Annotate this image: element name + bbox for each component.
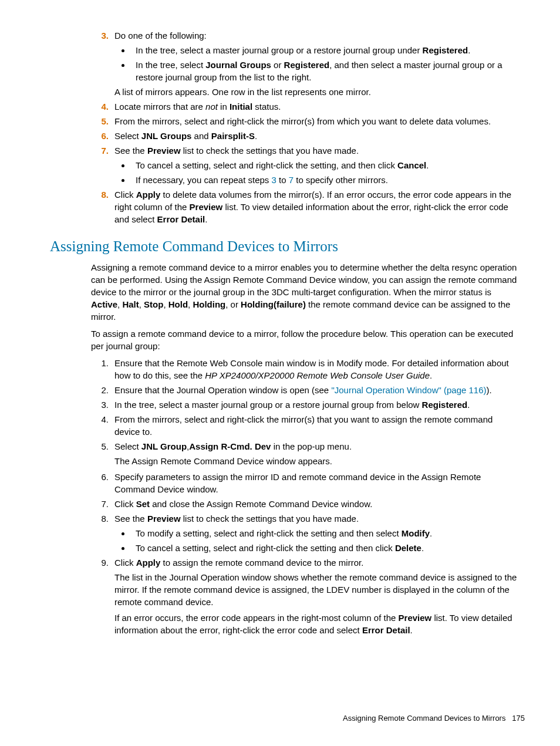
- step-number: 2.: [91, 384, 109, 396]
- step-number: 9.: [91, 556, 109, 569]
- step-4: 4. Locate mirrors that are not in Initia…: [91, 100, 519, 113]
- intro-paragraph-2: To assign a remote command device to a m…: [91, 328, 519, 352]
- step-number: 5.: [91, 115, 109, 127]
- step-5: 5. From the mirrors, select and right-cl…: [91, 115, 519, 127]
- step-text: Do one of the following:: [114, 31, 207, 40]
- step-text: From the mirrors, select and right-click…: [114, 116, 491, 126]
- step-number: 6.: [91, 130, 109, 142]
- step-8: 8. See the Preview list to check the set…: [91, 512, 519, 554]
- step-text: Specify parameters to assign the mirror …: [114, 472, 481, 494]
- link-journal-operation-window[interactable]: "Journal Operation Window" (page 116): [331, 385, 486, 395]
- bullet: To modify a setting, select and right-cl…: [131, 527, 519, 539]
- step-6: 6. Select JNL Groups and Pairsplit-S.: [91, 130, 519, 142]
- footer-title: Assigning Remote Command Devices to Mirr…: [343, 714, 505, 723]
- procedure-list-2: 1. Ensure that the Remote Web Console ma…: [91, 357, 519, 636]
- bullet: In the tree, select Journal Groups or Re…: [131, 59, 519, 83]
- bullet: To cancel a setting, select and right-cl…: [131, 542, 519, 554]
- section-heading: Assigning Remote Command Devices to Mirr…: [50, 236, 519, 256]
- sub-bullets: To modify a setting, select and right-cl…: [114, 527, 519, 554]
- step-number: 7.: [91, 144, 109, 157]
- bullet: In the tree, select a master journal gro…: [131, 44, 519, 56]
- step-5: 5. Select JNL Group,Assign R-Cmd. Dev in…: [91, 440, 519, 467]
- step-text: From the mirrors, select and right-click…: [114, 414, 492, 437]
- link-step-7[interactable]: 7: [289, 175, 294, 185]
- step-6: 6. Specify parameters to assign the mirr…: [91, 471, 519, 495]
- step-followon: The list in the Journal Operation window…: [114, 571, 519, 608]
- step-7: 7. See the Preview list to check the set…: [91, 144, 519, 186]
- step-number: 8.: [91, 512, 109, 525]
- step-followon: A list of mirrors appears. One row in th…: [114, 86, 519, 98]
- step-followon: The Assign Remote Command Device window …: [114, 455, 519, 467]
- step-4: 4. From the mirrors, select and right-cl…: [91, 413, 519, 438]
- step-number: 7.: [91, 498, 109, 510]
- step-followon: If an error occurs, the error code appea…: [114, 612, 519, 636]
- bullet: To cancel a setting, select and right-cl…: [131, 159, 519, 171]
- step-number: 4.: [91, 100, 109, 113]
- step-7: 7. Click Set and close the Assign Remote…: [91, 498, 519, 510]
- step-8: 8. Click Apply to delete data volumes fr…: [91, 188, 519, 225]
- step-number: 1.: [91, 357, 109, 369]
- sub-bullets: To cancel a setting, select and right-cl…: [114, 159, 519, 186]
- intro-paragraph-1: Assigning a remote command device to a m…: [91, 261, 519, 323]
- step-3: 3. Do one of the following: In the tree,…: [91, 29, 519, 98]
- page-footer: Assigning Remote Command Devices to Mirr…: [343, 713, 525, 724]
- sub-bullets: In the tree, select a master journal gro…: [114, 44, 519, 83]
- step-9: 9. Click Apply to assign the remote comm…: [91, 556, 519, 636]
- procedure-list-1: 3. Do one of the following: In the tree,…: [91, 29, 519, 225]
- step-number: 4.: [91, 413, 109, 426]
- step-3: 3. In the tree, select a master journal …: [91, 399, 519, 411]
- step-number: 6.: [91, 471, 109, 483]
- step-number: 3.: [91, 29, 109, 42]
- step-number: 3.: [91, 399, 109, 411]
- link-step-3[interactable]: 3: [272, 175, 276, 185]
- page-number: 175: [512, 714, 525, 723]
- step-number: 5.: [91, 440, 109, 453]
- step-number: 8.: [91, 188, 109, 201]
- step-1: 1. Ensure that the Remote Web Console ma…: [91, 357, 519, 382]
- page-content: 3. Do one of the following: In the tree,…: [91, 29, 519, 636]
- bullet: If necessary, you can repeat steps 3 to …: [131, 174, 519, 186]
- step-2: 2. Ensure that the Journal Operation win…: [91, 384, 519, 396]
